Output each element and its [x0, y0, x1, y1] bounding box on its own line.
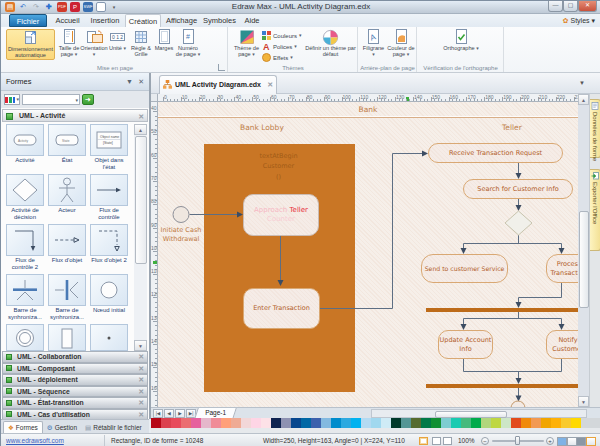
palette-color[interactable]: [301, 418, 311, 428]
palette-color[interactable]: [521, 418, 531, 428]
tab-list-dropdown-icon[interactable]: ▼: [579, 80, 585, 86]
ribbon-button-default-theme[interactable]: Définir un thème par défaut: [305, 29, 356, 58]
panel-tab-re-tablir-le-fichier[interactable]: ▤Rétablir le fichier: [81, 421, 146, 433]
section-close-icon[interactable]: ✕: [138, 110, 144, 123]
zoom-in-icon[interactable]: +: [546, 437, 554, 445]
palette-color[interactable]: [451, 418, 461, 428]
shape-item[interactable]: [48, 324, 86, 351]
shape-item[interactable]: Flux de contrôle 2: [6, 224, 44, 271]
palette-color[interactable]: [291, 418, 301, 428]
panel-tab-formes[interactable]: ❖Formes: [3, 421, 43, 433]
library-color-icon[interactable]: ▾: [4, 94, 20, 105]
node-process-transaction[interactable]: Process Transaction: [546, 254, 578, 283]
ribbon-button-page-number[interactable]: #Numéro de page ▾: [175, 29, 201, 58]
palette-color[interactable]: [431, 418, 441, 428]
pan-icon[interactable]: [576, 437, 586, 446]
document-tab[interactable]: UML Activity Diagram.edx ✕: [159, 75, 277, 94]
document-tab-close-icon[interactable]: ✕: [267, 76, 273, 93]
palette-color[interactable]: [231, 418, 241, 428]
tab-fichier[interactable]: Fichier: [9, 14, 47, 27]
palette-color[interactable]: [481, 418, 491, 428]
ribbon-button-effects[interactable]: Effets▾: [262, 52, 302, 63]
section-close-icon[interactable]: ✕: [138, 352, 144, 362]
shape-item[interactable]: Acteur: [48, 174, 86, 214]
ribbon-button-colors[interactable]: Couleurs▾: [262, 30, 302, 41]
palette-color[interactable]: [381, 418, 391, 428]
minimize-button[interactable]: —: [548, 1, 563, 12]
initial-node[interactable]: [173, 207, 189, 223]
decision-diamond[interactable]: [505, 211, 532, 235]
shapes-scrollbar[interactable]: ▲ ▼: [134, 124, 147, 351]
tab-aide[interactable]: Aide: [240, 14, 264, 27]
palette-color[interactable]: [181, 418, 191, 428]
fit-window-icon[interactable]: [557, 437, 567, 446]
scroll-thumb[interactable]: [135, 136, 147, 264]
palette-color[interactable]: [161, 418, 171, 428]
palette-color[interactable]: [211, 418, 221, 428]
palette-color[interactable]: [471, 418, 481, 428]
palette-color[interactable]: [391, 418, 401, 428]
section-header-uml-de-ploiement[interactable]: UML - déploiement✕: [2, 374, 148, 386]
node-search-for-customer-info[interactable]: Search for Customer Info: [463, 179, 573, 199]
section-close-icon[interactable]: ✕: [138, 398, 144, 408]
shape-item[interactable]: [6, 324, 44, 351]
ribbon-button-page-theme[interactable]: Thème de page ▾: [233, 29, 260, 58]
ribbon-button-fonts[interactable]: APolices▾: [262, 41, 302, 52]
shape-item[interactable]: Flux de contrôle: [90, 174, 128, 221]
palette-color[interactable]: [261, 418, 271, 428]
palette-color[interactable]: [371, 418, 381, 428]
palette-color[interactable]: [441, 418, 451, 428]
section-header-uml-e-tat-transition[interactable]: UML - État-transition✕: [2, 397, 148, 409]
palette-color[interactable]: [201, 418, 211, 428]
canvas-scroll-down-icon[interactable]: ▼: [578, 396, 589, 407]
palette-color[interactable]: [351, 418, 361, 428]
shape-item[interactable]: [90, 324, 128, 351]
prev-page-icon[interactable]: ◀: [164, 409, 174, 418]
zoom-out-icon[interactable]: −: [481, 437, 489, 445]
panel-close-icon[interactable]: ✕: [138, 78, 144, 86]
tab-insertion[interactable]: Insertion: [87, 14, 123, 27]
node-send-to-customer-service[interactable]: Send to customer Service: [421, 254, 508, 283]
section-header-uml-composant[interactable]: UML - Composant✕: [2, 363, 148, 375]
palette-color[interactable]: [311, 418, 321, 428]
palette-color[interactable]: [531, 418, 541, 428]
dialog-launcher-icon[interactable]: [218, 64, 225, 71]
scroll-down-icon[interactable]: ▼: [134, 340, 147, 351]
view-fit-icon[interactable]: [432, 437, 441, 445]
palette-color[interactable]: [411, 418, 421, 428]
view-normal-icon[interactable]: [419, 437, 428, 445]
palette-color[interactable]: [561, 418, 571, 428]
next-page-icon[interactable]: ▶: [175, 409, 185, 418]
section-header-uml-se-quence[interactable]: UML - Séquence✕: [2, 386, 148, 398]
shape-item[interactable]: StateÉtat: [48, 124, 86, 164]
section-header-uml-collaboration[interactable]: UML - Collaboration✕: [2, 351, 148, 363]
ribbon-button-margins[interactable]: Marges: [154, 29, 174, 51]
palette-color[interactable]: [151, 418, 161, 428]
ribbon-button-rule-grid[interactable]: Règle & Grille: [129, 29, 153, 58]
styles-button[interactable]: ✿ Styles ▾: [563, 14, 595, 27]
ribbon-button-page-size[interactable]: Taille de page ▾: [57, 29, 81, 58]
zoom-mode-icon[interactable]: [586, 437, 596, 446]
side-tab-shape-data[interactable]: Données de forme: [590, 99, 600, 158]
node-notify-customer[interactable]: Notify Customer: [546, 330, 578, 359]
node-enter-transaction[interactable]: Enter Transaction: [243, 288, 320, 329]
shape-item[interactable]: Barre de synhroniza...: [48, 274, 86, 321]
panel-tab-gestion[interactable]: ⚙Gestion: [43, 421, 81, 433]
section-close-icon[interactable]: ✕: [138, 364, 144, 374]
section-close-icon[interactable]: ✕: [138, 387, 144, 397]
zoom-slider-thumb[interactable]: [515, 436, 520, 445]
palette-color[interactable]: [171, 418, 181, 428]
canvas-horizontal-scrollbar[interactable]: [371, 409, 587, 418]
palette-color[interactable]: [271, 418, 281, 428]
palette-color[interactable]: [511, 418, 521, 428]
sync-bar-1[interactable]: [426, 308, 578, 312]
section-close-icon[interactable]: ✕: [138, 410, 144, 420]
palette-color[interactable]: [191, 418, 201, 428]
section-close-icon[interactable]: ✕: [138, 375, 144, 385]
scroll-up-icon[interactable]: ▲: [134, 124, 147, 135]
tab-creation[interactable]: Création: [125, 14, 161, 27]
section-header-uml-activite[interactable]: UML - Activité ✕: [2, 109, 148, 122]
palette-color[interactable]: [421, 418, 431, 428]
hscroll-thumb[interactable]: [435, 411, 507, 418]
node-receive-transaction-request[interactable]: Receive Transaction Request: [428, 143, 563, 163]
